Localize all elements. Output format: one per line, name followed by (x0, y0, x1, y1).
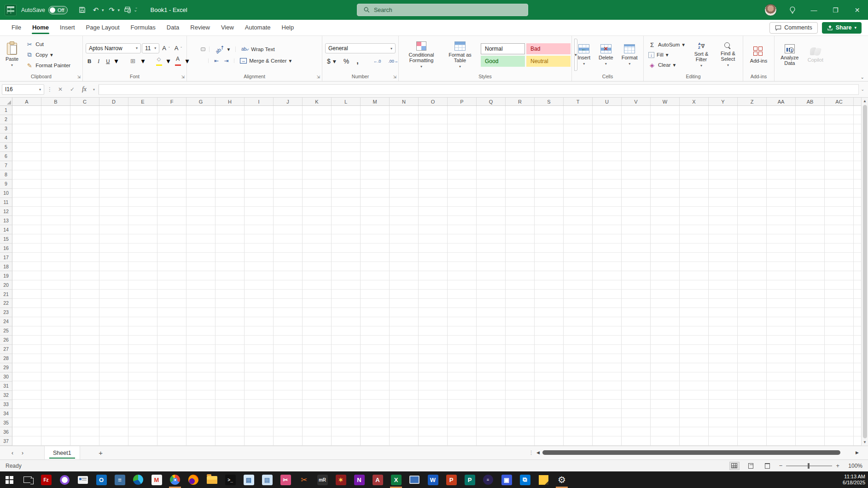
column-header-Q[interactable]: Q (477, 98, 506, 105)
access-icon[interactable]: A (368, 471, 387, 488)
tab-automate[interactable]: Automate (240, 21, 276, 35)
scissors-app-icon[interactable]: ✂ (295, 471, 313, 488)
bold-button[interactable]: B (86, 58, 93, 65)
tab-home[interactable]: Home (27, 21, 54, 35)
settings-gear-icon[interactable]: ⚙ (553, 471, 571, 488)
row-header-29[interactable]: 29 (0, 363, 12, 372)
font-name-combo[interactable]: Aptos Narrow▾ (86, 43, 141, 53)
vertical-scrollbar[interactable]: ▲ ▼ (861, 98, 868, 446)
sheet-tab-sheet1[interactable]: Sheet1 (44, 446, 80, 459)
row-header-13[interactable]: 13 (0, 216, 12, 225)
firefox-icon[interactable] (184, 471, 203, 488)
row-header-15[interactable]: 15 (0, 234, 12, 244)
tab-help[interactable]: Help (277, 21, 299, 35)
column-header-J[interactable]: J (274, 98, 303, 105)
column-header-L[interactable]: L (332, 98, 361, 105)
row-header-8[interactable]: 8 (0, 170, 12, 180)
merge-center-button[interactable]: ↔Merge & Center▾ (238, 57, 293, 65)
percent-style-button[interactable]: % (342, 57, 351, 66)
formula-input[interactable] (99, 84, 859, 95)
align-right-button[interactable] (201, 59, 204, 62)
publisher-icon[interactable]: P (460, 471, 479, 488)
save-button[interactable] (76, 4, 88, 16)
next-sheet-button[interactable]: › (17, 450, 28, 456)
edge-icon[interactable] (129, 471, 147, 488)
sort-filter-button[interactable]: AZ∇ Sort & Filter▾ (690, 41, 712, 69)
pc-status-icon[interactable] (405, 471, 424, 488)
number-dialog-launcher[interactable]: ⇲ (393, 75, 396, 79)
name-box[interactable]: I16▾ (2, 84, 44, 95)
tab-insert[interactable]: Insert (55, 21, 80, 35)
excel-taskbar-icon[interactable]: X (387, 471, 405, 488)
row-header-34[interactable]: 34 (0, 409, 12, 418)
column-header-M[interactable]: M (361, 98, 390, 105)
tab-review[interactable]: Review (185, 21, 215, 35)
alignment-dialog-launcher[interactable]: ⇲ (316, 75, 320, 79)
number-format-combo[interactable]: General▾ (325, 43, 396, 53)
remote-desktop-icon[interactable]: ⧉ (516, 471, 534, 488)
fill-color-button[interactable]: ◇ (154, 56, 164, 67)
row-header-25[interactable]: 25 (0, 326, 12, 336)
scroll-up-arrow[interactable]: ▲ (862, 98, 868, 105)
column-header-AC[interactable]: AC (825, 98, 854, 105)
undo-button[interactable]: ↶ (90, 4, 102, 16)
gmail-icon[interactable]: M (147, 471, 166, 488)
row-header-6[interactable]: 6 (0, 152, 12, 161)
horizontal-scroll-thumb[interactable] (542, 450, 840, 455)
scroll-down-arrow[interactable]: ▼ (862, 439, 868, 446)
cell-style-normal[interactable]: Normal (481, 43, 525, 54)
excel-app-icon[interactable] (5, 4, 17, 16)
contacts-icon[interactable] (74, 471, 92, 488)
column-header-I[interactable]: I (245, 98, 274, 105)
autosave-control[interactable]: AutoSave Off (21, 6, 68, 14)
row-header-19[interactable]: 19 (0, 271, 12, 280)
format-painter-button[interactable]: ✎Format Painter (24, 61, 72, 70)
prev-sheet-button[interactable]: ‹ (7, 450, 17, 456)
tab-formulas[interactable]: Formulas (126, 21, 161, 35)
zoom-out-button[interactable]: − (779, 462, 783, 469)
row-header-9[interactable]: 9 (0, 180, 12, 189)
row-header-18[interactable]: 18 (0, 262, 12, 271)
column-header-O[interactable]: O (419, 98, 448, 105)
terminal-icon[interactable]: >_ (221, 471, 239, 488)
column-header-Z[interactable]: Z (738, 98, 767, 105)
row-header-24[interactable]: 24 (0, 317, 12, 326)
column-header-G[interactable]: G (186, 98, 216, 105)
row-header-7[interactable]: 7 (0, 161, 12, 170)
autosum-button[interactable]: ΣAutoSum▾ (647, 40, 687, 49)
tab-data[interactable]: Data (162, 21, 184, 35)
decrease-decimal-button[interactable]: .00→ (386, 58, 400, 64)
column-header-T[interactable]: T (564, 98, 593, 105)
ideas-lightbulb-icon[interactable] (781, 0, 803, 20)
tab-file[interactable]: File (6, 21, 26, 35)
row-header-11[interactable]: 11 (0, 198, 12, 207)
row-header-21[interactable]: 21 (0, 290, 12, 299)
underline-button[interactable]: U (104, 58, 111, 65)
onenote-icon[interactable]: N (350, 471, 368, 488)
cells-area[interactable] (12, 106, 868, 446)
collapse-ribbon-button[interactable]: ⌄ (861, 75, 864, 80)
font-color-button[interactable]: A (173, 56, 183, 67)
clipboard-dialog-launcher[interactable]: ⇲ (77, 75, 81, 79)
scroll-left-arrow[interactable]: ◀ (536, 450, 540, 455)
redo-dropdown[interactable]: ▾ (118, 8, 120, 12)
row-header-16[interactable]: 16 (0, 244, 12, 253)
increase-indent-button[interactable]: ⇥ (222, 57, 231, 65)
cell-style-neutral[interactable]: Neutral (526, 56, 571, 67)
format-as-table-button[interactable]: Format as Table ▾ (443, 41, 477, 70)
decrease-indent-button[interactable]: ⇤ (212, 57, 221, 65)
column-header-AA[interactable]: AA (767, 98, 796, 105)
tab-view[interactable]: View (216, 21, 239, 35)
row-header-1[interactable]: 1 (0, 106, 12, 115)
row-header-33[interactable]: 33 (0, 400, 12, 409)
user-avatar[interactable] (764, 4, 777, 16)
find-select-button[interactable]: Find & Select▾ (716, 41, 740, 68)
italic-button[interactable]: I (96, 58, 101, 65)
redo-button[interactable]: ↷ (106, 4, 118, 16)
column-header-R[interactable]: R (506, 98, 535, 105)
accounting-format-button[interactable]: $▾ (325, 57, 338, 66)
scroll-right-arrow[interactable]: ▶ (856, 450, 859, 455)
row-header-37[interactable]: 37 (0, 436, 12, 446)
expand-formula-bar-button[interactable]: ⌄ (861, 87, 866, 92)
notes-app-icon[interactable]: ▤ (239, 471, 258, 488)
